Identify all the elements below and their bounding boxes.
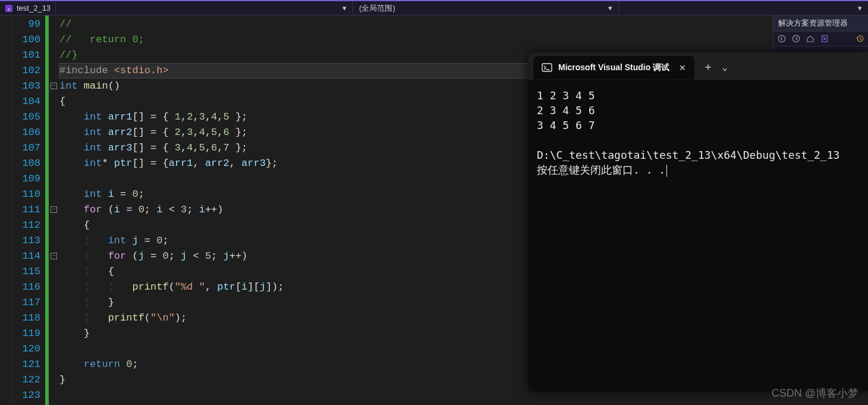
console-tab-actions: ＋ ⌄ [703,59,728,74]
line-number-gutter: 9910010110210310410510610710810911011111… [13,15,45,405]
svg-text:c: c [8,6,10,11]
sync-icon[interactable] [819,33,831,45]
code-line[interactable]: // [59,17,868,32]
file-tab[interactable]: c test_2_13 [0,1,55,15]
console-tab-title: Microsoft Visual Studio 调试 [558,62,669,73]
console-output[interactable]: 1 2 3 4 5 2 3 4 5 6 3 4 5 6 7 D:\C_test\… [529,81,868,184]
forward-icon[interactable] [790,33,802,45]
fold-toggle[interactable]: − [51,83,57,89]
close-icon[interactable]: ✕ [679,63,686,73]
member-dropdown-right[interactable]: ▾ [618,1,868,15]
chevron-down-icon: ▾ [858,4,862,12]
history-icon[interactable] [854,33,866,45]
new-tab-button[interactable]: ＋ [703,59,713,74]
file-tab-label: test_2_13 [17,4,51,12]
fold-toggle[interactable]: − [51,253,57,259]
scope-dropdown-label: (全局范围) [359,3,395,14]
chevron-down-icon: ▾ [608,4,612,12]
top-bar: c test_2_13 ▾ (全局范围) ▾ ▾ [0,0,868,15]
solution-explorer-toolbar [773,31,868,46]
svg-point-2 [778,35,785,42]
tab-dropdown-button[interactable]: ⌄ [722,61,728,73]
console-tab[interactable]: Microsoft Visual Studio 调试 ✕ [533,56,694,80]
back-icon[interactable] [776,33,788,45]
code-line[interactable]: // return 0; [59,32,868,48]
left-gutter [0,15,13,405]
fold-toggle[interactable]: − [51,206,57,213]
solution-explorer-title: 解决方案资源管理器 [773,15,868,31]
home-icon[interactable] [804,33,816,45]
solution-explorer-panel: 解决方案资源管理器 [773,15,868,51]
cpp-file-icon: c [5,4,13,12]
console-titlebar[interactable]: Microsoft Visual Studio 调试 ✕ ＋ ⌄ [529,52,868,81]
svg-point-3 [792,35,799,42]
change-indicator-bar [45,15,49,405]
svg-rect-6 [542,64,552,71]
member-dropdown-left[interactable]: ▾ [55,1,353,15]
fold-gutter: −−− [50,15,59,405]
terminal-icon [542,62,552,73]
chevron-down-icon: ▾ [342,4,347,12]
scope-dropdown[interactable]: (全局范围) ▾ [353,1,618,15]
debug-console-window: Microsoft Visual Studio 调试 ✕ ＋ ⌄ 1 2 3 4… [529,52,868,391]
